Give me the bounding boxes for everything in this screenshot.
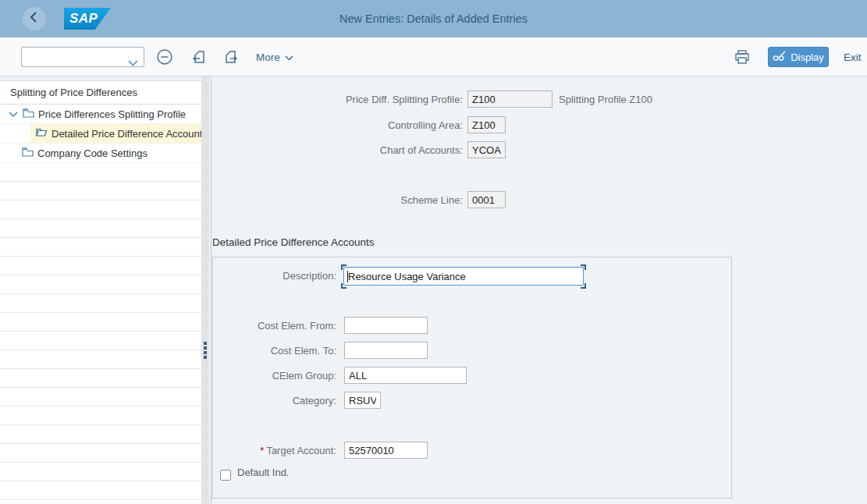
target-account-input[interactable] (344, 442, 428, 459)
command-combobox[interactable] (21, 47, 144, 67)
category-label: Category: (211, 392, 336, 410)
chart-of-accounts-input[interactable] (467, 141, 506, 158)
empty-row (0, 388, 201, 406)
default-ind-label: Default Ind. (237, 467, 290, 478)
header-bar: SAP New Entries: Details of Added Entrie… (0, 0, 867, 37)
empty-row (0, 369, 201, 388)
page-arrow-left-icon[interactable] (189, 47, 209, 67)
empty-row (0, 332, 201, 350)
folder-icon (22, 147, 34, 159)
default-ind-checkbox[interactable] (220, 470, 231, 481)
empty-row (0, 294, 201, 313)
tree-item-price-differences-splitting-profile[interactable]: Price Differences Splitting Profile (0, 105, 201, 124)
empty-row (0, 163, 201, 182)
chevron-down-icon[interactable] (128, 55, 138, 69)
detail-form: Price Diff. Splitting Profile: Splitting… (211, 76, 867, 504)
celem-group-input[interactable] (344, 367, 467, 384)
tree-item-label: Company Code Settings (37, 147, 147, 159)
empty-row (0, 219, 201, 238)
empty-row (0, 182, 201, 201)
splitter-grip-icon[interactable] (204, 342, 207, 360)
command-input[interactable] (22, 48, 125, 66)
cost-elem-from-input[interactable] (344, 317, 428, 334)
celem-group-label: CElem Group: (211, 367, 336, 385)
empty-row (0, 350, 201, 369)
controlling-area-label: Controlling Area: (211, 117, 463, 134)
display-glasses-icon (773, 51, 786, 64)
printer-icon[interactable] (732, 47, 752, 67)
tree-item-label: Price Differences Splitting Profile (38, 108, 186, 120)
exit-button[interactable]: Exit (844, 47, 862, 67)
chart-of-accounts-label: Chart of Accounts: (211, 142, 463, 159)
tree-title: Splitting of Price Differences (0, 81, 201, 105)
sidebar-tree-panel: Splitting of Price Differences Price Dif… (0, 80, 201, 504)
profile-label: Price Diff. Splitting Profile: (211, 91, 463, 108)
display-label: Display (791, 51, 824, 63)
sap-window: SAP New Entries: Details of Added Entrie… (0, 0, 867, 504)
display-button[interactable]: Display (768, 47, 829, 67)
open-folder-icon (35, 127, 48, 140)
group-title: Detailed Price Difference Accounts (212, 236, 375, 248)
more-label: More (256, 51, 280, 63)
empty-row (0, 201, 201, 219)
minus-circle-icon[interactable] (155, 47, 175, 67)
text-cursor (347, 271, 348, 282)
cost-elem-to-label: Cost Elem. To: (211, 343, 336, 360)
page-arrow-right-icon[interactable] (221, 47, 241, 67)
description-label: Description: (211, 268, 336, 285)
more-menu[interactable]: More (256, 47, 293, 67)
cost-elem-to-input[interactable] (344, 342, 428, 359)
cost-elem-from-label: Cost Elem. From: (211, 318, 336, 335)
profile-input[interactable] (467, 91, 553, 108)
empty-row (0, 463, 201, 481)
chevron-down-icon (285, 51, 293, 63)
controlling-area-input[interactable] (467, 116, 506, 133)
panel-splitter[interactable] (201, 76, 209, 504)
folder-icon (23, 108, 34, 120)
tree-item-label: Detailed Price Difference Accounts (52, 128, 201, 140)
sidebar-empty-rows (0, 163, 201, 500)
description-input[interactable] (343, 267, 584, 286)
empty-row (0, 275, 201, 294)
empty-row (0, 313, 201, 332)
profile-description-text: Splitting Profile Z100 (559, 91, 652, 108)
target-account-label: *Target Account: (211, 442, 336, 460)
chevron-expand-icon[interactable] (9, 108, 18, 120)
scheme-line-label: Scheme Line: (211, 192, 463, 209)
empty-row (0, 406, 201, 425)
empty-row (0, 481, 201, 500)
tree-item-detailed-price-difference-accounts[interactable]: Detailed Price Difference Accounts (0, 124, 201, 144)
page-title: New Entries: Details of Added Entries (0, 0, 867, 37)
empty-row (0, 444, 201, 463)
empty-row (0, 238, 201, 257)
category-input[interactable] (344, 392, 381, 409)
required-marker: * (260, 445, 264, 456)
empty-row (0, 425, 201, 444)
scheme-line-input[interactable] (467, 191, 506, 208)
tree-item-company-code-settings[interactable]: Company Code Settings (0, 144, 201, 163)
toolbar: More Display Exit (0, 37, 867, 76)
empty-row (0, 257, 201, 275)
